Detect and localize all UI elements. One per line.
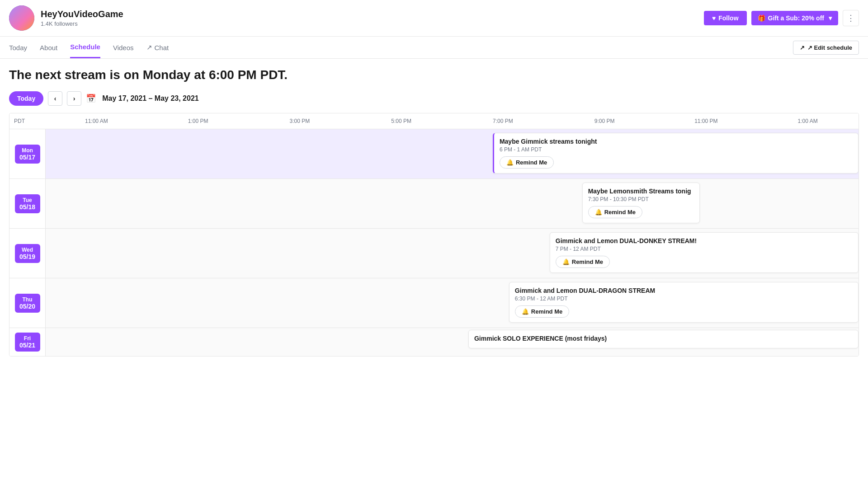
event-title-tue-1: Maybe Lemonsmith Streams tonig: [588, 188, 694, 195]
channel-info: HeyYouVideoGame 1.4K followers: [41, 9, 704, 27]
event-card-fri-1: Gimmick SOLO EXPERIENCE (most fridays): [468, 330, 859, 348]
nav: Today About Schedule Videos ↗ Chat ↗ ↗ E…: [0, 37, 868, 59]
more-options-button[interactable]: ⋮: [843, 10, 859, 26]
channel-followers: 1.4K followers: [41, 20, 704, 27]
header-actions: ♥ Follow 🎁 Gift a Sub: 20% off ▾ ⋮: [704, 10, 859, 26]
follow-button[interactable]: ♥ Follow: [704, 11, 747, 25]
remind-button-wed-1[interactable]: 🔔 Remind Me: [556, 256, 610, 268]
day-date-monday: 05/17: [19, 154, 36, 161]
remind-button-thu-1[interactable]: 🔔 Remind Me: [515, 305, 569, 318]
event-time-wed-1: 7 PM - 12 AM PDT: [556, 246, 853, 252]
event-title-fri-1: Gimmick SOLO EXPERIENCE (most fridays): [474, 335, 646, 342]
time-100am: 1:00 AM: [757, 113, 859, 129]
day-label-friday: Fri 05/21: [9, 328, 46, 356]
day-date-tuesday: 05/18: [19, 203, 36, 211]
remind-button-mon-1[interactable]: 🔔 Remind Me: [500, 156, 554, 169]
event-card-thu-1: Gimmick and Lemon DUAL-DRAGON STREAM 6:3…: [509, 282, 859, 323]
bell-icon-wed: 🔔: [562, 258, 570, 265]
time-1100am: 11:00 AM: [46, 113, 147, 129]
day-label-thursday: Thu 05/20: [9, 278, 46, 328]
event-card-wed-1: Gimmick and Lemon DUAL-DONKEY STREAM! 7 …: [550, 232, 859, 273]
timezone-label: PDT: [9, 113, 46, 129]
day-name-tuesday: Tue: [19, 197, 36, 203]
bell-icon: 🔔: [506, 159, 514, 166]
next-week-button[interactable]: ›: [67, 91, 81, 106]
day-name-friday: Fri: [19, 335, 36, 342]
nav-home[interactable]: Today: [9, 38, 27, 58]
day-date-friday: 05/21: [19, 342, 36, 349]
day-row-monday: Mon 05/17 Maybe Gimmick streams tonight …: [9, 129, 859, 179]
heart-icon: ♥: [712, 14, 716, 22]
schedule-grid: PDT 11:00 AM 1:00 PM 3:00 PM 5:00 PM 7:0…: [9, 113, 859, 357]
next-stream-announcement: The next stream is on Monday at 6:00 PM …: [9, 68, 859, 82]
day-timeline-monday: Maybe Gimmick streams tonight 6 PM - 1 A…: [46, 129, 859, 178]
channel-name: HeyYouVideoGame: [41, 9, 704, 19]
bell-icon-thu: 🔔: [522, 308, 529, 315]
day-timeline-wednesday: Gimmick and Lemon DUAL-DONKEY STREAM! 7 …: [46, 229, 859, 278]
time-500pm: 5:00 PM: [350, 113, 452, 129]
nav-about[interactable]: About: [40, 38, 57, 58]
day-label-monday: Mon 05/17: [9, 129, 46, 178]
today-button[interactable]: Today: [9, 91, 43, 106]
event-card-mon-1: Maybe Gimmick streams tonight 6 PM - 1 A…: [493, 133, 859, 174]
gift-icon: 🎁: [758, 14, 765, 22]
day-timeline-tuesday: Maybe Lemonsmith Streams tonig 7:30 PM -…: [46, 179, 859, 228]
day-name-thursday: Thu: [19, 296, 36, 303]
bell-icon-tue: 🔔: [595, 209, 602, 216]
day-date-thursday: 05/20: [19, 303, 36, 310]
prev-week-button[interactable]: ‹: [48, 91, 62, 106]
day-name-monday: Mon: [19, 147, 36, 154]
edit-schedule-button[interactable]: ↗ ↗ Edit schedule: [793, 41, 859, 55]
nav-schedule[interactable]: Schedule: [70, 37, 100, 58]
event-card-tue-1: Maybe Lemonsmith Streams tonig 7:30 PM -…: [582, 183, 700, 223]
day-row-wednesday: Wed 05/19 Gimmick and Lemon DUAL-DONKEY …: [9, 229, 859, 278]
event-title-mon-1: Maybe Gimmick streams tonight: [500, 138, 671, 145]
event-time-mon-1: 6 PM - 1 AM PDT: [500, 146, 853, 153]
event-time-thu-1: 6:30 PM - 12 AM PDT: [515, 296, 853, 302]
event-title-thu-1: Gimmick and Lemon DUAL-DRAGON STREAM: [515, 287, 687, 294]
main-content: The next stream is on Monday at 6:00 PM …: [0, 59, 868, 357]
day-timeline-friday: Gimmick SOLO EXPERIENCE (most fridays): [46, 328, 859, 356]
time-header-row: PDT 11:00 AM 1:00 PM 3:00 PM 5:00 PM 7:0…: [9, 113, 859, 129]
date-range: May 17, 2021 – May 23, 2021: [102, 94, 199, 103]
time-700pm: 7:00 PM: [452, 113, 554, 129]
nav-videos[interactable]: Videos: [113, 38, 134, 58]
header: HeyYouVideoGame 1.4K followers ♥ Follow …: [0, 0, 868, 37]
remind-button-tue-1[interactable]: 🔔 Remind Me: [588, 206, 642, 218]
event-time-tue-1: 7:30 PM - 10:30 PM PDT: [588, 196, 694, 202]
day-row-friday: Fri 05/21 Gimmick SOLO EXPERIENCE (most …: [9, 328, 859, 356]
day-badge-friday: Fri 05/21: [15, 333, 40, 352]
day-label-wednesday: Wed 05/19: [9, 229, 46, 278]
day-label-tuesday: Tue 05/18: [9, 179, 46, 228]
dropdown-arrow-icon: ▾: [829, 14, 832, 22]
day-badge-tuesday: Tue 05/18: [15, 194, 40, 213]
nav-chat[interactable]: ↗ Chat: [146, 37, 169, 58]
day-timeline-thursday: Gimmick and Lemon DUAL-DRAGON STREAM 6:3…: [46, 278, 859, 328]
day-badge-monday: Mon 05/17: [15, 145, 40, 164]
day-name-wednesday: Wed: [19, 247, 36, 253]
day-date-wednesday: 05/19: [19, 253, 36, 260]
day-row-tuesday: Tue 05/18 Maybe Lemonsmith Streams tonig…: [9, 179, 859, 229]
external-link-icon: ↗: [146, 43, 152, 52]
time-900pm: 9:00 PM: [554, 113, 656, 129]
day-row-thursday: Thu 05/20 Gimmick and Lemon DUAL-DRAGON …: [9, 278, 859, 328]
time-300pm: 3:00 PM: [249, 113, 351, 129]
channel-avatar: [9, 5, 34, 31]
gift-sub-button[interactable]: 🎁 Gift a Sub: 20% off ▾: [751, 11, 838, 25]
time-1100pm: 11:00 PM: [656, 113, 757, 129]
day-badge-thursday: Thu 05/20: [15, 294, 40, 313]
event-title-wed-1: Gimmick and Lemon DUAL-DONKEY STREAM!: [556, 237, 727, 244]
external-link-icon-2: ↗: [800, 44, 805, 51]
calendar-controls: Today ‹ › 📅 May 17, 2021 – May 23, 2021: [9, 91, 859, 106]
day-badge-wednesday: Wed 05/19: [15, 244, 40, 263]
time-100pm: 1:00 PM: [147, 113, 249, 129]
calendar-icon[interactable]: 📅: [86, 94, 96, 103]
